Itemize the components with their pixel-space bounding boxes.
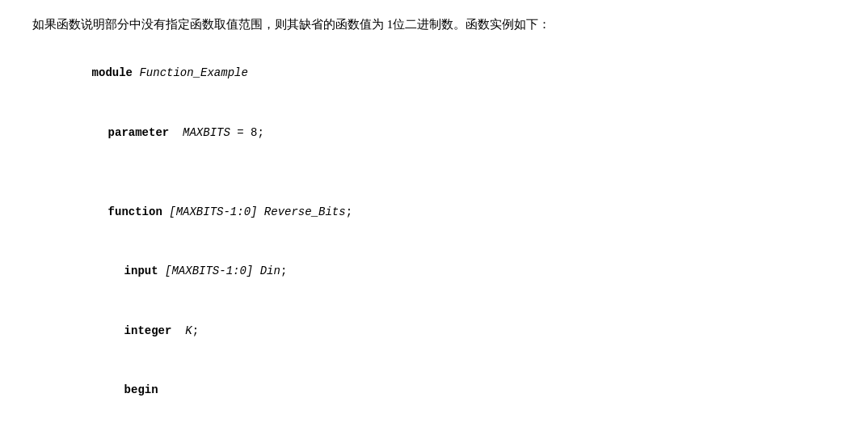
code-line-1: module Function_Example [48, 44, 836, 104]
code-line-8: for (K=0; K < MAXBITS; K = K + 1) [48, 420, 836, 440]
code-line-7: begin [48, 361, 836, 421]
code-line-2: parameter MAXBITS = 8; [48, 103, 836, 163]
code-line-6: integer K; [48, 301, 836, 361]
code-line-3 [48, 163, 836, 183]
code-block: module Function_Example parameter MAXBIT… [32, 44, 836, 441]
code-line-4: function [MAXBITS-1:0] Reverse_Bits; [48, 182, 836, 242]
code-line-5: input [MAXBITS-1:0] Din; [48, 242, 836, 302]
intro-text: 如果函数说明部分中没有指定函数取值范围，则其缺省的函数值为 1位二进制数。函数实… [32, 15, 836, 36]
